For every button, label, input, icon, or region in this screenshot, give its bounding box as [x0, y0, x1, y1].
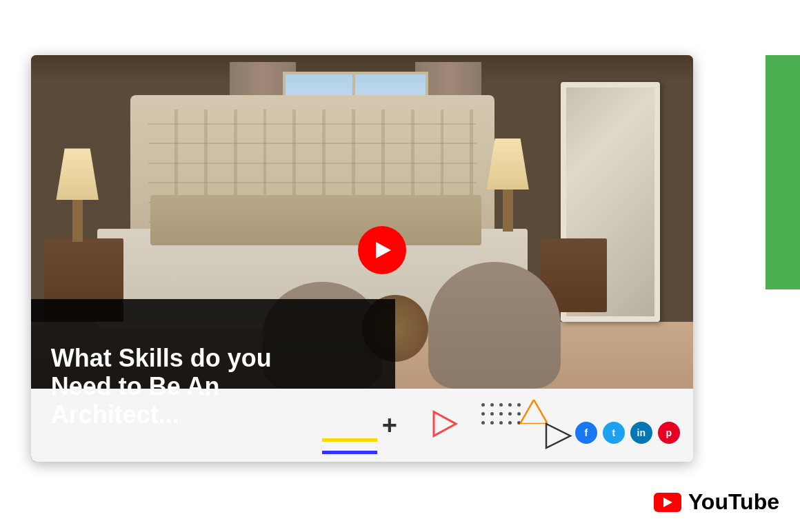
- thumbnail-container[interactable]: What Skills do you Need to Be An Archite…: [31, 55, 693, 462]
- video-title: What Skills do you Need to Be An Archite…: [51, 344, 382, 429]
- svg-marker-0: [434, 411, 456, 436]
- deco-plus-main: +: [382, 410, 397, 440]
- deco-dots-grid: [481, 403, 523, 427]
- svg-marker-2: [546, 424, 570, 448]
- twitter-icon[interactable]: t: [603, 422, 625, 444]
- youtube-branding: YouTube: [654, 489, 779, 515]
- youtube-logo-icon: [654, 493, 681, 512]
- bed-pillows: [150, 195, 481, 245]
- lamp-left: [51, 148, 104, 241]
- pinterest-icon[interactable]: p: [658, 422, 680, 444]
- chair-right: [428, 262, 561, 389]
- youtube-play-button[interactable]: [358, 226, 406, 274]
- social-icons-group: f t in p: [575, 422, 680, 444]
- deco-line-blue: [322, 451, 377, 454]
- facebook-icon[interactable]: f: [575, 422, 597, 444]
- linkedin-icon[interactable]: in: [630, 422, 652, 444]
- deco-play-triangle: [428, 408, 459, 442]
- green-sidebar: [766, 55, 800, 289]
- deco-arrow: [543, 420, 574, 454]
- lamp-right: [481, 139, 534, 232]
- youtube-text: YouTube: [688, 489, 779, 515]
- deco-line-yellow: [322, 438, 377, 442]
